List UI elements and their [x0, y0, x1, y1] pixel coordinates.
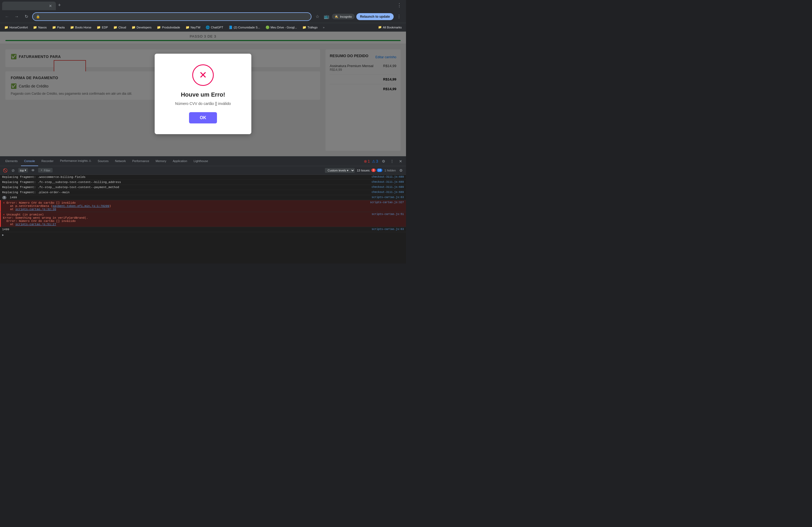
active-tab[interactable]: ✕ [2, 2, 56, 10]
console-line-count: 5 1499 scripts-cartao.js:63 [0, 195, 406, 200]
devtools-more-button[interactable]: ⋮ [389, 158, 395, 165]
bookmark-label: Naxos [38, 26, 46, 29]
bookmark-star-icon[interactable]: ☆ [314, 13, 321, 20]
all-bookmarks-label: All Bookmarks [383, 26, 402, 29]
tab-close-button[interactable]: ✕ [48, 4, 53, 8]
error-link-1[interactable]: payment-token-efi.min.js:1:70209 [53, 205, 109, 208]
bookmark-naxos[interactable]: 📁 Naxos [31, 25, 48, 30]
incognito-label: Incognito [340, 15, 352, 18]
bookmark-cloud[interactable]: 📁 Cloud [111, 25, 128, 30]
bookmark-folder-icon: 📁 [97, 26, 101, 29]
forward-button[interactable]: → [13, 13, 20, 20]
bookmark-label: Meu Drive - Googl... [271, 26, 297, 29]
error-icon-circle: ✕ [192, 64, 214, 86]
repeat-count-badge: 5 [2, 196, 6, 199]
bookmark-label: Cloud [118, 26, 126, 29]
console-source[interactable]: scripts-cartao.js:51 [372, 213, 404, 216]
devtools-close-button[interactable]: ✕ [397, 158, 404, 165]
devtools-tab-performance[interactable]: Performance [129, 156, 153, 166]
console-source[interactable]: checkout-3111.js:689 [372, 186, 404, 189]
new-tab-button[interactable]: + [56, 1, 63, 9]
recorder-tab-label: Recorder [41, 160, 54, 163]
warning-count: 3 [376, 159, 378, 163]
memory-tab-label: Memory [156, 160, 166, 163]
clear-console-icon[interactable]: 🚫 [2, 167, 8, 174]
bookmark-drive[interactable]: 🟢 Meu Drive - Googl... [263, 25, 299, 30]
eye-icon[interactable]: 👁 [30, 167, 36, 174]
menu-button[interactable]: ⋮ [395, 13, 403, 20]
bookmark-folder-icon: 📁 [186, 26, 190, 29]
bookmark-edp[interactable]: 📁 EDP [95, 25, 110, 30]
bookmark-globe-icon: 🌐 [206, 26, 210, 29]
bookmark-boots-horse[interactable]: 📁 Boots Horse [68, 25, 94, 30]
all-bookmarks-button[interactable]: 📁 All Bookmarks [376, 25, 404, 30]
console-source[interactable]: checkout-3111.js:689 [372, 181, 404, 183]
devtools-tab-memory[interactable]: Memory [153, 156, 170, 166]
bookmark-drive-icon: 🟢 [265, 26, 270, 29]
level-select[interactable]: Custom levels ▾ [325, 168, 355, 173]
bookmark-chatgpt[interactable]: 🌐 ChatGPT [204, 25, 225, 30]
lighthouse-tab-label: Lighthouse [193, 160, 208, 163]
devtools-tab-application[interactable]: Application [170, 156, 190, 166]
devtools-console[interactable]: Replacing fragment: .woocommerce-billing… [0, 175, 406, 264]
context-selector-button[interactable]: top ▾ [18, 168, 28, 172]
console-line: Replacing fragment: .woocommerce-billing… [0, 175, 406, 180]
bookmark-produtividade[interactable]: 📁 Produtividade [155, 25, 182, 30]
error-indicator-icon: ✕ [3, 213, 6, 216]
issues-badge: 13 Issues: 3 10 [357, 168, 382, 172]
page-content: PASSO 3 DE 3 ✅ FATURAMENTO PARA [0, 32, 406, 264]
console-prompt[interactable]: ▶ [0, 232, 406, 238]
incognito-icon: 🕵 [335, 15, 338, 18]
bookmark-trafego[interactable]: 📁 Tráfego [300, 25, 320, 30]
bookmark-folder-icon: 📁 [302, 26, 306, 29]
browser-frame: ✕ + ⋮ ← → ↻ 🔒 ☆ 📺 🕵 Incognito Relaunch t… [0, 0, 406, 264]
relaunch-button[interactable]: Relaunch to update [356, 13, 394, 20]
bookmark-label: HorseComfort [10, 26, 28, 29]
console-source[interactable]: scripts-cartao.js:327 [370, 201, 404, 204]
error-link-2[interactable]: scripts-cartao.js:32:30 [15, 208, 56, 211]
devtools-tab-console[interactable]: Console [21, 156, 38, 166]
address-input[interactable] [42, 15, 308, 18]
devtools-tab-sources[interactable]: Sources [95, 156, 112, 166]
tab-more-button[interactable]: ⋮ [395, 1, 404, 9]
console-text: 1499 [2, 228, 368, 231]
bookmark-naytw[interactable]: 📁 NayTW [184, 25, 203, 30]
address-bar-input-wrap[interactable]: 🔒 [32, 12, 311, 21]
console-line: Replacing fragment: .fc-step__substep-te… [0, 180, 406, 185]
sources-tab-label: Sources [98, 160, 108, 163]
modal-ok-button[interactable]: OK [189, 112, 217, 123]
bookmark-paola[interactable]: 📁 Paola [50, 25, 67, 30]
more-bookmarks-button[interactable]: » [321, 25, 327, 30]
devtools-tab-lighthouse[interactable]: Lighthouse [190, 156, 211, 166]
devtools-tab-elements[interactable]: Elements [2, 156, 21, 166]
error-modal: ✕ Houve um Erro! Número CVV do cartão []… [155, 54, 251, 134]
devtools-tab-recorder[interactable]: Recorder [38, 156, 57, 166]
console-source[interactable]: checkout-3111.js:689 [372, 191, 404, 194]
bookmark-developers[interactable]: 📁 Developers [129, 25, 154, 30]
console-error-text: ✕ Error: Número CVV do cartão [] inválid… [3, 201, 367, 211]
warning-count-badge: ⚠ 3 [372, 159, 378, 163]
console-line-error: ✕ Error: Número CVV do cartão [] inválid… [0, 200, 406, 212]
console-settings-icon[interactable]: ⊘ [10, 167, 16, 174]
devtools-tab-actions: ⊗ 1 ⚠ 3 ⚙ ⋮ ✕ [364, 158, 404, 165]
devtools-tab-performance-insights[interactable]: Performance insights ⚠ [57, 156, 94, 166]
console-source[interactable]: scripts-cartao.js:63 [372, 196, 404, 199]
back-button[interactable]: ← [3, 13, 11, 20]
devtools-settings-button[interactable]: ⚙ [380, 158, 387, 165]
incognito-badge[interactable]: 🕵 Incognito [332, 14, 355, 19]
console-text: Replacing fragment: .place-order--main [2, 191, 368, 194]
console-source[interactable]: checkout-3111.js:689 [372, 176, 404, 178]
devtools-tab-network[interactable]: Network [112, 156, 129, 166]
console-filter-settings-icon[interactable]: ⚙ [398, 167, 404, 174]
console-tab-label: Console [24, 160, 35, 163]
application-tab-label: Application [173, 160, 187, 163]
filter-button[interactable]: ⚬ Filter [38, 168, 52, 172]
modal-overlay: ✕ Houve um Erro! Número CVV do cartão []… [0, 32, 406, 156]
cast-icon[interactable]: 📺 [323, 13, 330, 20]
bookmark-horsecomfort[interactable]: 📁 HorseComfort [2, 25, 30, 30]
error-link-3[interactable]: scripts-cartao.js:51:27 [15, 223, 56, 226]
bookmark-comunidade[interactable]: 📘 (2) Comunidade S... [226, 25, 262, 30]
reload-button[interactable]: ↻ [23, 13, 30, 20]
console-source[interactable]: scripts-cartao.js:63 [372, 228, 404, 231]
console-uncaught-text: ✕ Uncaught (in promise) Error: Something… [3, 213, 368, 226]
